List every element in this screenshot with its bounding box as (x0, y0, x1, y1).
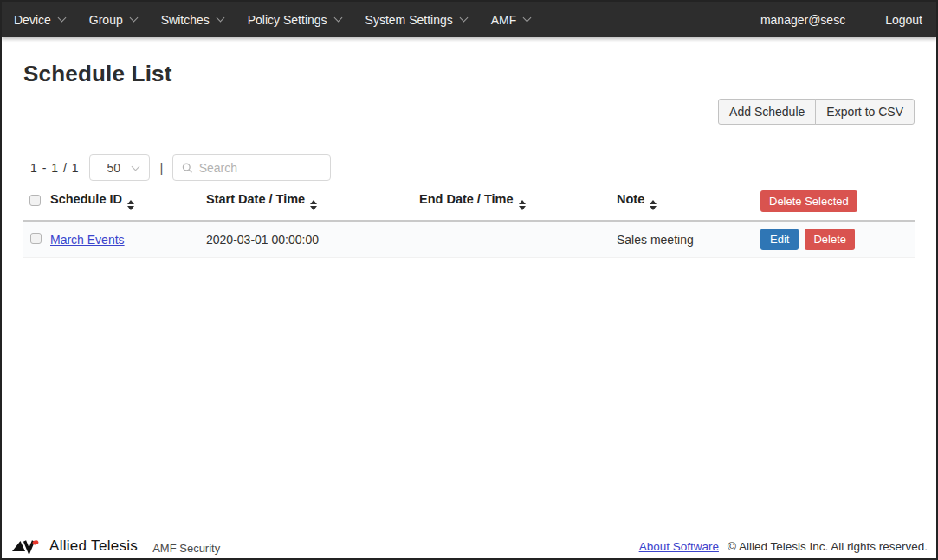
footer: Allied Telesis AMF Security About Softwa… (12, 537, 928, 555)
chevron-down-icon (129, 14, 138, 23)
sort-icon[interactable] (519, 200, 526, 210)
controls-divider: | (159, 160, 163, 175)
copyright-text: © Allied Telesis Inc. All rights reserve… (728, 540, 928, 553)
nav-item-system-settings[interactable]: System Settings (365, 13, 467, 27)
chevron-down-icon (132, 163, 140, 171)
column-label: Schedule ID (50, 192, 122, 206)
add-schedule-button[interactable]: Add Schedule (718, 99, 816, 125)
nav-item-label: Group (89, 13, 123, 27)
nav-item-amf[interactable]: AMF (491, 13, 531, 27)
toolbar: Add Schedule Export to CSV (23, 99, 915, 125)
chevron-down-icon (57, 14, 66, 23)
nav-item-label: Device (14, 13, 51, 27)
nav-item-policy-settings[interactable]: Policy Settings (248, 13, 341, 27)
brand-name: Allied Telesis (49, 537, 138, 555)
nav-item-label: Policy Settings (248, 13, 327, 27)
nav-item-device[interactable]: Device (14, 13, 65, 27)
export-csv-button[interactable]: Export to CSV (815, 99, 915, 125)
main-content: Schedule List Add Schedule Export to CSV… (2, 61, 936, 258)
page-size-value: 50 (107, 161, 120, 175)
schedule-table: Schedule ID Start Date / Time End Date /… (23, 187, 915, 258)
nav-item-label: System Settings (365, 13, 453, 27)
column-header-note[interactable]: Note (617, 187, 760, 221)
page-size-select[interactable]: 50 (89, 154, 150, 181)
page-title: Schedule List (23, 61, 915, 87)
toolbar-button-group: Add Schedule Export to CSV (718, 99, 915, 125)
chevron-down-icon (216, 14, 224, 23)
nav-menu: Device Group Switches Policy Settings Sy… (14, 13, 530, 27)
nav-right: manager@sesc Logout (760, 13, 922, 27)
column-header-schedule-id[interactable]: Schedule ID (50, 187, 206, 221)
footer-right: About Software © Allied Telesis Inc. All… (639, 540, 928, 553)
row-actions: Edit Delete (760, 229, 915, 250)
delete-button[interactable]: Delete (805, 229, 855, 250)
nav-item-label: AMF (491, 13, 517, 27)
pagination-range: 1 - 1 / 1 (30, 161, 79, 175)
search-box (172, 154, 331, 181)
search-icon (182, 162, 192, 174)
schedule-id-link[interactable]: March Events (50, 233, 125, 247)
column-label: Start Date / Time (206, 192, 305, 206)
sort-icon[interactable] (127, 200, 134, 210)
app-window: Device Group Switches Policy Settings Sy… (0, 0, 938, 560)
allied-telesis-logo-icon (12, 539, 43, 554)
nav-item-group[interactable]: Group (89, 13, 137, 27)
start-date-cell: 2020-03-01 00:00:00 (206, 221, 419, 258)
column-header-end-date[interactable]: End Date / Time (419, 187, 617, 221)
end-date-cell (419, 221, 617, 258)
edit-button[interactable]: Edit (760, 229, 799, 250)
note-cell: Sales meeting (617, 221, 760, 258)
product-name: AMF Security (152, 542, 220, 555)
brand: Allied Telesis AMF Security (12, 537, 220, 555)
search-input[interactable] (199, 161, 322, 175)
nav-item-label: Switches (161, 13, 210, 27)
table-row: March Events 2020-03-01 00:00:00 Sales m… (23, 221, 915, 258)
logout-button[interactable]: Logout (885, 13, 922, 27)
logged-in-user: manager@sesc (760, 13, 845, 27)
sort-icon[interactable] (310, 200, 317, 210)
list-controls: 1 - 1 / 1 50 | (23, 154, 915, 181)
chevron-down-icon (333, 14, 342, 23)
select-all-checkbox[interactable] (29, 195, 41, 206)
chevron-down-icon (523, 14, 532, 23)
chevron-down-icon (459, 14, 468, 23)
delete-selected-button[interactable]: Delete Selected (760, 190, 857, 212)
table-header-row: Schedule ID Start Date / Time End Date /… (23, 187, 915, 221)
row-checkbox[interactable] (30, 233, 42, 244)
column-label: Note (617, 192, 644, 206)
sort-icon[interactable] (650, 200, 657, 210)
nav-item-switches[interactable]: Switches (161, 13, 223, 27)
top-navbar: Device Group Switches Policy Settings Sy… (2, 2, 936, 37)
about-software-link[interactable]: About Software (639, 540, 719, 553)
column-label: End Date / Time (419, 192, 514, 206)
column-header-start-date[interactable]: Start Date / Time (206, 187, 419, 221)
